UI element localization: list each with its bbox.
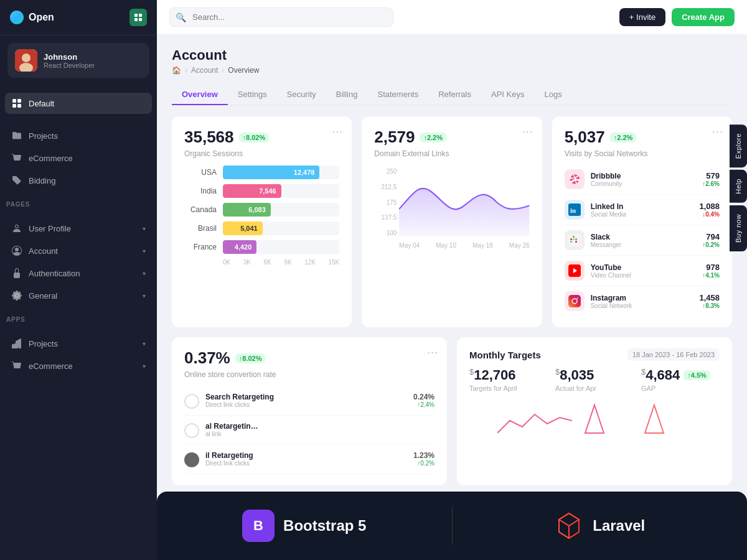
breadcrumb-account[interactable]: Account bbox=[191, 66, 218, 75]
buy-now-button[interactable]: Buy now bbox=[730, 205, 747, 251]
sidebar: Open Johnson React Developer Default Pro… bbox=[0, 0, 157, 560]
tabs: Overview Settings Security Billing State… bbox=[172, 85, 732, 105]
chevron-down-icon: ▾ bbox=[143, 270, 146, 277]
tab-billing[interactable]: Billing bbox=[326, 85, 368, 105]
tab-overview[interactable]: Overview bbox=[172, 85, 228, 105]
more-button[interactable]: ··· bbox=[427, 346, 438, 359]
stat-value: 35,568 ↑8.02% bbox=[184, 128, 339, 147]
svg-rect-20 bbox=[575, 241, 577, 243]
ret-circle bbox=[184, 394, 199, 409]
cart-icon bbox=[11, 360, 22, 371]
svg-rect-0 bbox=[134, 14, 138, 17]
target-actual: $8,035 Actual for Apr bbox=[555, 367, 634, 392]
stat-value: 2,579 ↑2.2% bbox=[374, 128, 529, 147]
stat-label: Domain External Links bbox=[374, 149, 529, 158]
social-item-linkedin: in Linked In Social Media 1,088 ↓0.4% bbox=[565, 195, 720, 225]
conversion-card: ··· 0.37% ↑8.02% Online store convertion… bbox=[172, 337, 447, 485]
sidebar-item-projects[interactable]: Projects bbox=[5, 125, 152, 146]
user-name: Johnson bbox=[44, 52, 142, 62]
nav-main: Default bbox=[0, 85, 157, 118]
breadcrumb-overview: Overview bbox=[228, 66, 259, 75]
tab-apikeys[interactable]: API Keys bbox=[481, 85, 534, 105]
pages-label: PAGES bbox=[0, 195, 157, 210]
apps-label: APPS bbox=[0, 310, 157, 325]
line-chart-svg bbox=[399, 168, 529, 236]
sidebar-item-authentication[interactable]: Authentication ▾ bbox=[5, 263, 152, 284]
organic-sessions-card: ··· 35,568 ↑8.02% Organic Sessions USA 1… bbox=[172, 116, 352, 327]
search-icon: 🔍 bbox=[176, 12, 186, 22]
svg-rect-15 bbox=[570, 238, 572, 240]
slack-logo bbox=[565, 230, 585, 250]
svg-rect-2 bbox=[134, 18, 138, 21]
svg-point-25 bbox=[576, 298, 578, 299]
folder-icon bbox=[11, 130, 22, 141]
svg-rect-7 bbox=[12, 99, 16, 103]
svg-rect-16 bbox=[570, 241, 572, 243]
help-button[interactable]: Help bbox=[730, 170, 747, 203]
tab-statements[interactable]: Statements bbox=[367, 85, 428, 105]
stat-badge: ↑2.2% bbox=[420, 133, 446, 142]
more-button[interactable]: ··· bbox=[332, 125, 343, 138]
page-title: Account bbox=[172, 47, 732, 63]
social-list: Dribbble Community 579 ↑2.6% in bbox=[565, 164, 720, 316]
sidebar-item-apps-projects[interactable]: Projects ▾ bbox=[5, 333, 152, 354]
person-icon bbox=[11, 245, 22, 256]
brand-overlay: B Bootstrap 5 Laravel bbox=[157, 492, 747, 560]
more-button[interactable]: ··· bbox=[522, 125, 533, 138]
shop-icon bbox=[11, 152, 22, 164]
chevron-down-icon: ▾ bbox=[143, 248, 146, 254]
grid-icon bbox=[11, 98, 22, 109]
user-role: React Developer bbox=[44, 62, 142, 69]
svg-rect-1 bbox=[139, 14, 142, 17]
dribbble-logo bbox=[565, 169, 585, 189]
tab-referrals[interactable]: Referrals bbox=[428, 85, 481, 105]
page-content: Account 🏠 › Account › Overview Overview … bbox=[157, 35, 747, 560]
x-axis: May 04 May 10 May 18 May 26 bbox=[399, 242, 529, 249]
sidebar-item-default[interactable]: Default bbox=[5, 93, 152, 114]
tag-icon bbox=[11, 175, 22, 186]
bar-row-france: France 4,420 bbox=[184, 240, 339, 254]
sidebar-item-bidding[interactable]: Bidding bbox=[5, 170, 152, 191]
breadcrumb: 🏠 › Account › Overview bbox=[172, 66, 732, 75]
nav-apps: Projects eCommerce Bidding bbox=[0, 118, 157, 195]
youtube-logo bbox=[565, 261, 585, 281]
sidebar-icon-btn[interactable] bbox=[129, 9, 147, 26]
stat-badge: ↑8.02% bbox=[239, 133, 270, 142]
sidebar-item-account[interactable]: Account ▾ bbox=[5, 240, 152, 261]
sidebar-item-apps-ecommerce[interactable]: eCommerce ▾ bbox=[5, 355, 152, 376]
more-button[interactable]: ··· bbox=[712, 125, 723, 138]
targets-chart bbox=[469, 402, 720, 439]
tab-settings[interactable]: Settings bbox=[228, 85, 277, 105]
conversion-rate: 0.37% ↑8.02% bbox=[184, 348, 435, 368]
tab-security[interactable]: Security bbox=[277, 85, 326, 105]
create-app-button[interactable]: Create App bbox=[672, 8, 735, 26]
explore-button[interactable]: Explore bbox=[730, 124, 747, 167]
nav-pages: User Profile ▾ Account ▾ Authentication … bbox=[0, 210, 157, 310]
nav-apps-section: Projects ▾ eCommerce ▾ bbox=[0, 325, 157, 380]
ret-circle bbox=[184, 452, 199, 467]
sidebar-item-general[interactable]: General ▾ bbox=[5, 285, 152, 306]
stat-label: Organic Sessions bbox=[184, 149, 339, 158]
social-item-dribbble: Dribbble Community 579 ↑2.6% bbox=[565, 164, 720, 195]
chevron-down-icon: ▾ bbox=[143, 225, 146, 232]
search-input[interactable] bbox=[169, 7, 393, 27]
svg-rect-19 bbox=[575, 238, 577, 240]
svg-rect-17 bbox=[573, 236, 575, 238]
chevron-down-icon: ▾ bbox=[143, 363, 146, 370]
sidebar-header: Open bbox=[0, 0, 157, 35]
social-item-youtube: YouTube Video Channel 978 ↑4.1% bbox=[565, 256, 720, 286]
sidebar-item-ecommerce[interactable]: eCommerce bbox=[5, 147, 152, 169]
tab-logs[interactable]: Logs bbox=[534, 85, 571, 105]
lock-icon bbox=[11, 268, 22, 279]
logo-icon bbox=[10, 11, 24, 24]
y-axis: 250 212.5 175 137.5 100 bbox=[374, 168, 397, 236]
sidebar-item-label: Authentication bbox=[29, 269, 80, 278]
stat-badge: ↑2.2% bbox=[610, 133, 637, 142]
main-content: 🔍 + Invite Create App Account 🏠 › Accoun… bbox=[157, 0, 747, 560]
invite-button[interactable]: + Invite bbox=[619, 8, 665, 26]
stack-icon bbox=[11, 338, 22, 349]
page-header: Account 🏠 › Account › Overview bbox=[172, 47, 732, 75]
bootstrap-label: Bootstrap 5 bbox=[283, 517, 366, 534]
sidebar-item-user-profile[interactable]: User Profile ▾ bbox=[5, 218, 152, 239]
stat-label: Visits by Social Networks bbox=[565, 149, 720, 158]
